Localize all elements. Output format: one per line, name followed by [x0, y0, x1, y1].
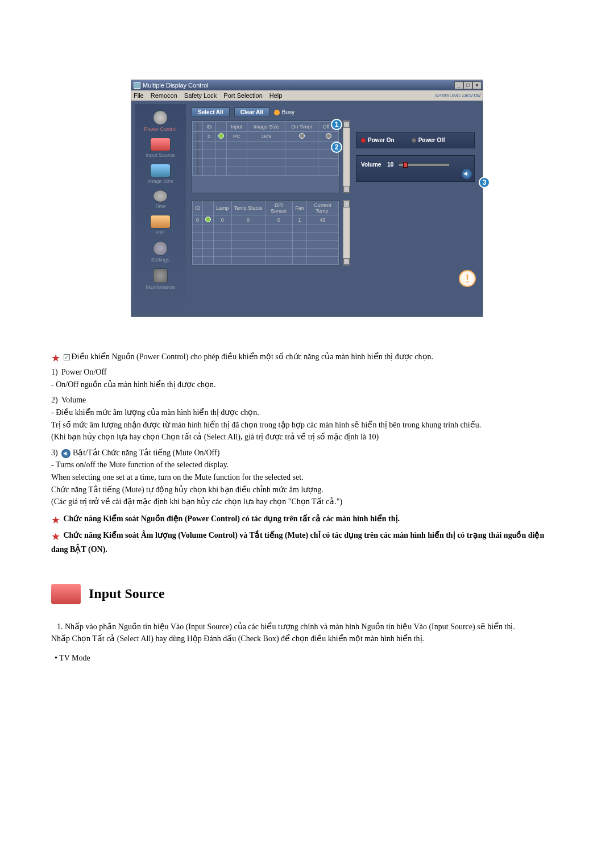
- table-row[interactable]: [193, 167, 339, 176]
- item-line: Trị số mức âm lượng nhận được từ màn hìn…: [51, 420, 563, 431]
- cell-id: 0: [203, 132, 216, 142]
- item-title: Power On/Off: [61, 368, 106, 376]
- item-title: Volume: [61, 396, 86, 404]
- right-controls: Power On Power Off Volume 10 3: [354, 121, 477, 193]
- col-input: Input: [226, 122, 247, 132]
- col-image-size: Image Size: [247, 122, 285, 132]
- header-checkbox[interactable]: [197, 123, 198, 130]
- app-window: Multiple Display Control _ □ × File Remo…: [131, 80, 483, 317]
- table1-scrollbar[interactable]: ▲▼: [343, 121, 350, 193]
- close-button[interactable]: ×: [472, 81, 482, 89]
- table-row[interactable]: [193, 241, 339, 249]
- item-number: 3): [51, 447, 61, 459]
- item-line: When selecting one set at a time, turn o…: [51, 472, 563, 483]
- item-line: - Turns on/off the Mute function of the …: [51, 459, 563, 471]
- sidebar-item-image-size[interactable]: Image Size: [146, 162, 175, 186]
- sidebar-item-power-control[interactable]: Power Control: [142, 109, 178, 134]
- warning-icon: !: [459, 270, 476, 287]
- volume-box: Volume 10 3: [356, 155, 475, 182]
- table-row[interactable]: [193, 257, 339, 265]
- titlebar: Multiple Display Control _ □ ×: [131, 80, 483, 90]
- sidebar: Power Control Input Source Image Size Ti…: [135, 104, 186, 313]
- item-number: 1): [51, 367, 61, 378]
- settings-icon: [153, 241, 168, 256]
- table-row[interactable]: [193, 142, 339, 150]
- cell-br: 0: [265, 215, 293, 225]
- volume-slider[interactable]: [399, 163, 450, 167]
- timer-dot: [299, 133, 305, 139]
- maximize-button[interactable]: □: [463, 81, 472, 89]
- col-status: [215, 122, 226, 132]
- row-checkbox[interactable]: [197, 142, 198, 149]
- callout-3: 3: [479, 177, 490, 188]
- image-size-icon: [150, 164, 171, 177]
- star-icon: ★: [51, 513, 61, 528]
- input-source-icon: [150, 138, 171, 151]
- display-table: ID Input Image Size On Timer Off T 0 PC: [192, 121, 339, 193]
- minimize-button[interactable]: _: [454, 81, 463, 89]
- tv-mode-text: • TV Mode: [55, 653, 563, 664]
- col2-temp-status: Temp.Status: [231, 201, 265, 215]
- table-row[interactable]: 0 0 0 0 1 49: [193, 215, 339, 225]
- table-row[interactable]: [193, 225, 339, 233]
- clear-all-button[interactable]: Clear All: [234, 107, 269, 117]
- menubar: File Remocon Safety Lock Port Selection …: [131, 90, 483, 101]
- sidebar-label: Settings: [151, 257, 170, 263]
- sidebar-item-time[interactable]: Time: [151, 188, 169, 211]
- slider-thumb[interactable]: [403, 162, 408, 168]
- table-row[interactable]: [193, 159, 339, 167]
- menu-help[interactable]: Help: [269, 92, 283, 99]
- callout-2: 2: [331, 142, 342, 153]
- col2-id: ID: [193, 201, 203, 215]
- sidebar-label: Image Size: [147, 178, 173, 184]
- item-line: Chức năng Tắt tiếng (Mute) tự động hủy c…: [51, 484, 563, 496]
- list-text: Nhấp vào phần Nguồn tín hiệu Vào (Input …: [65, 622, 515, 631]
- row-checkbox[interactable]: [197, 168, 198, 175]
- menu-port-selection[interactable]: Port Selection: [223, 92, 262, 99]
- cell-fan: 1: [293, 215, 307, 225]
- cell-temp: 49: [306, 215, 338, 225]
- sidebar-label: PIP: [156, 230, 165, 235]
- row-checkbox[interactable]: [197, 159, 198, 166]
- menu-safety-lock[interactable]: Safety Lock: [184, 92, 217, 99]
- sidebar-item-pip[interactable]: PIP: [148, 213, 172, 237]
- col2-lamp: Lamp: [214, 201, 232, 215]
- brand-label: SAMSUNG DIGITall: [435, 93, 480, 98]
- sidebar-label: Input Source: [146, 152, 175, 158]
- table-row[interactable]: [193, 249, 339, 257]
- sidebar-item-input-source[interactable]: Input Source: [144, 136, 176, 160]
- section-title: Input Source: [89, 584, 165, 604]
- input-source-icon: [51, 584, 81, 604]
- table2-scrollbar[interactable]: ▲▼: [343, 200, 350, 265]
- busy-indicator: Busy: [274, 109, 294, 115]
- callout-1: 1: [331, 119, 342, 130]
- busy-dot-icon: [274, 110, 280, 115]
- intro-text: Điều khiển Nguồn (Power Control) cho phé…: [72, 352, 434, 361]
- col2-status: [203, 201, 214, 215]
- item-line: - On/Off nguồn của màn hình hiển thị đượ…: [51, 379, 563, 391]
- checkbox-icon: [64, 354, 70, 360]
- sidebar-item-settings[interactable]: Settings: [150, 239, 172, 264]
- window-title: Multiple Display Control: [143, 82, 209, 89]
- status-table: ID Lamp Temp.Status B/R Senser Fan Curre…: [192, 200, 339, 265]
- table-row[interactable]: 0 PC 16:9: [193, 132, 339, 142]
- menu-remocon[interactable]: Remocon: [151, 92, 177, 99]
- row-checkbox[interactable]: [197, 133, 198, 140]
- power-box: Power On Power Off: [356, 132, 475, 148]
- item-line: - Điều khiển mức âm lượng của màn hình h…: [51, 407, 563, 418]
- power-icon: [153, 110, 168, 125]
- row-checkbox[interactable]: [197, 151, 198, 157]
- select-all-button[interactable]: Select All: [192, 107, 230, 117]
- table-row[interactable]: [193, 150, 339, 159]
- document-body: ★ Điều khiển Nguồn (Power Control) cho p…: [51, 351, 563, 663]
- timer-dot: [326, 133, 331, 139]
- window-buttons: _ □ ×: [454, 81, 482, 89]
- mute-icon[interactable]: [462, 169, 472, 179]
- table-row[interactable]: [193, 233, 339, 241]
- power-on-button[interactable]: Power On: [361, 137, 395, 143]
- sidebar-item-maintenance[interactable]: Maintenance: [144, 267, 177, 292]
- power-off-button[interactable]: Power Off: [412, 137, 445, 143]
- cell-lamp: 0: [214, 215, 232, 225]
- menu-file[interactable]: File: [134, 92, 144, 99]
- power-off-label: Power Off: [418, 137, 445, 143]
